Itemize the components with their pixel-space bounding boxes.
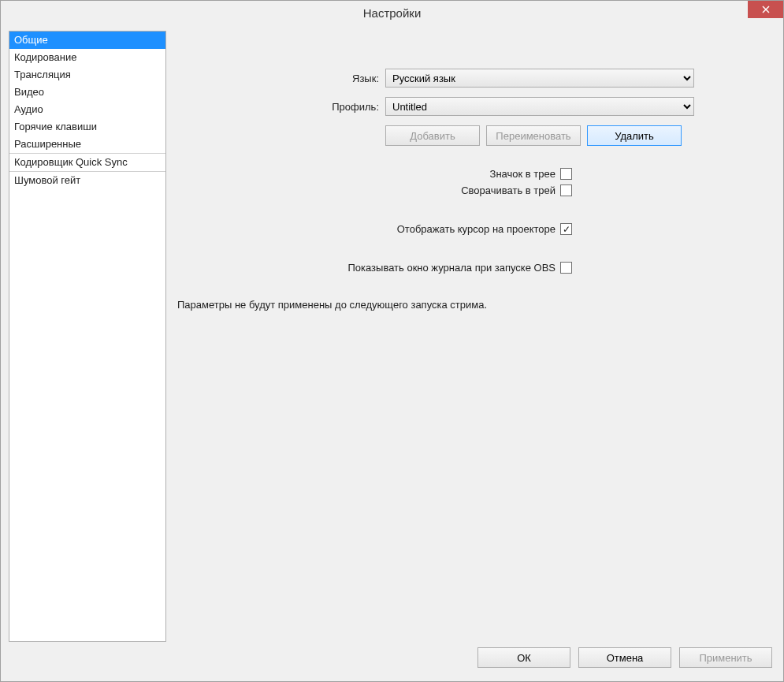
ok-button[interactable]: ОК [477,647,570,668]
cancel-button[interactable]: Отмена [578,647,671,668]
show-log-label: Показывать окно журнала при запуске OBS [174,262,560,274]
sidebar-item-noise-gate[interactable]: Шумовой гейт [9,172,165,189]
minimize-tray-checkbox[interactable] [560,184,572,196]
sidebar-item-label: Видео [14,86,44,98]
sidebar-item-audio[interactable]: Аудио [9,101,165,118]
language-select[interactable]: Русский язык [385,69,694,88]
sidebar-item-label: Горячие клавиши [14,121,97,132]
profile-row: Профиль: Untitled [174,97,775,116]
sidebar-item-label: Кодировщик Quick Sync [14,156,128,168]
settings-window: Настройки Общие Кодирование Трансляция В… [0,0,784,682]
sidebar-item-video[interactable]: Видео [9,84,165,101]
close-button[interactable] [748,1,783,18]
tray-icon-label: Значок в трее [174,168,560,180]
minimize-tray-row: Сворачивать в трей [174,184,775,196]
add-profile-button[interactable]: Добавить [385,125,480,146]
sidebar-item-label: Расширенные [14,138,81,150]
tray-icon-checkbox[interactable] [560,168,572,180]
sidebar-item-quicksync[interactable]: Кодировщик Quick Sync [9,154,165,172]
sidebar-item-general[interactable]: Общие [9,32,165,49]
profile-select[interactable]: Untitled [385,97,694,116]
projector-cursor-label: Отображать курсор на проекторе [174,223,560,235]
sidebar-item-label: Шумовой гейт [14,174,80,186]
show-log-checkbox[interactable] [560,262,572,274]
tray-icon-row: Значок в трее [174,168,775,180]
sidebar-item-label: Кодирование [14,51,77,63]
restart-hint: Параметры не будут применены до следующе… [174,299,775,311]
titlebar: Настройки [1,1,783,24]
main-area: Общие Кодирование Трансляция Видео Аудио… [9,31,775,642]
profile-label: Профиль: [174,101,385,113]
apply-button[interactable]: Применить [679,647,772,668]
settings-panel-general: Язык: Русский язык Профиль: Untitled [174,31,775,642]
delete-profile-button[interactable]: Удалить [587,125,682,146]
projector-cursor-checkbox[interactable] [560,223,572,235]
sidebar-item-encoding[interactable]: Кодирование [9,49,165,66]
minimize-tray-label: Сворачивать в трей [174,184,560,196]
sidebar-item-label: Общие [14,34,48,46]
sidebar-item-label: Аудио [14,103,43,115]
language-label: Язык: [174,73,385,84]
sidebar-item-label: Трансляция [14,69,71,80]
window-title: Настройки [363,6,422,20]
window-body: Общие Кодирование Трансляция Видео Аудио… [1,24,783,681]
projector-cursor-row: Отображать курсор на проекторе [174,223,775,235]
rename-profile-button[interactable]: Переименовать [486,125,581,146]
language-row: Язык: Русский язык [174,69,775,88]
profile-buttons: Добавить Переименовать Удалить [385,125,775,146]
close-icon [762,6,770,13]
dialog-footer: ОК Отмена Применить [9,642,775,673]
sidebar-item-broadcast[interactable]: Трансляция [9,66,165,84]
sidebar-item-advanced[interactable]: Расширенные [9,136,165,154]
sidebar-item-hotkeys[interactable]: Горячие клавиши [9,118,165,136]
category-sidebar[interactable]: Общие Кодирование Трансляция Видео Аудио… [9,31,166,642]
show-log-row: Показывать окно журнала при запуске OBS [174,262,775,274]
